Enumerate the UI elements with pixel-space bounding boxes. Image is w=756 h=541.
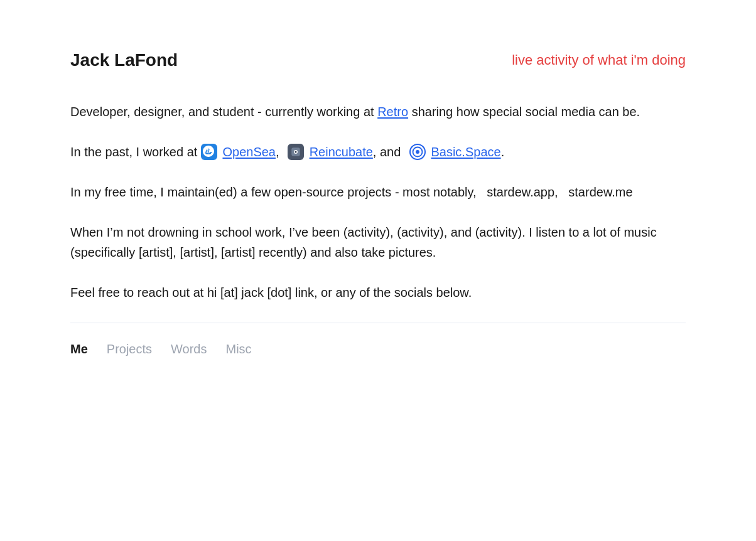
divider xyxy=(70,323,686,323)
opensea-icon xyxy=(201,144,217,160)
contact-paragraph: Feel free to reach out at hi [at] jack [… xyxy=(70,282,686,303)
header: Jack LaFond live activity of what i'm do… xyxy=(70,50,686,70)
svg-point-4 xyxy=(416,150,419,154)
past-work-text: In the past, I worked at xyxy=(70,145,201,159)
page-container: Jack LaFond live activity of what i'm do… xyxy=(33,0,723,382)
nav-item-misc[interactable]: Misc xyxy=(225,342,251,356)
hobbies-paragraph: When I’m not drowning in school work, I’… xyxy=(70,222,686,262)
opensea-link[interactable]: OpenSea xyxy=(222,145,276,159)
svg-point-2 xyxy=(295,151,297,153)
basicspace-link[interactable]: Basic.Space xyxy=(431,145,500,159)
nav-item-projects[interactable]: Projects xyxy=(107,342,152,356)
nav-item-words[interactable]: Words xyxy=(171,342,207,356)
reincubate-link[interactable]: Reincubate xyxy=(310,145,373,159)
intro-paragraph: Developer, designer, and student - curre… xyxy=(70,102,686,122)
basicspace-icon xyxy=(409,144,426,160)
bottom-nav: Me Projects Words Misc xyxy=(70,342,686,356)
nav-item-me[interactable]: Me xyxy=(70,342,88,356)
intro-text-start: Developer, designer, and student - curre… xyxy=(70,105,377,119)
open-source-paragraph: In my free time, I maintain(ed) a few op… xyxy=(70,182,686,202)
paragraph2-end: . xyxy=(501,145,505,159)
main-content: Developer, designer, and student - curre… xyxy=(70,102,686,303)
reincubate-icon xyxy=(288,144,304,160)
site-title: Jack LaFond xyxy=(70,50,178,70)
past-work-paragraph: In the past, I worked at OpenSea, Reincu… xyxy=(70,142,686,162)
intro-text-end: sharing how special social media can be. xyxy=(408,105,640,119)
retro-link[interactable]: Retro xyxy=(377,105,408,119)
live-activity-link[interactable]: live activity of what i'm doing xyxy=(512,52,686,68)
